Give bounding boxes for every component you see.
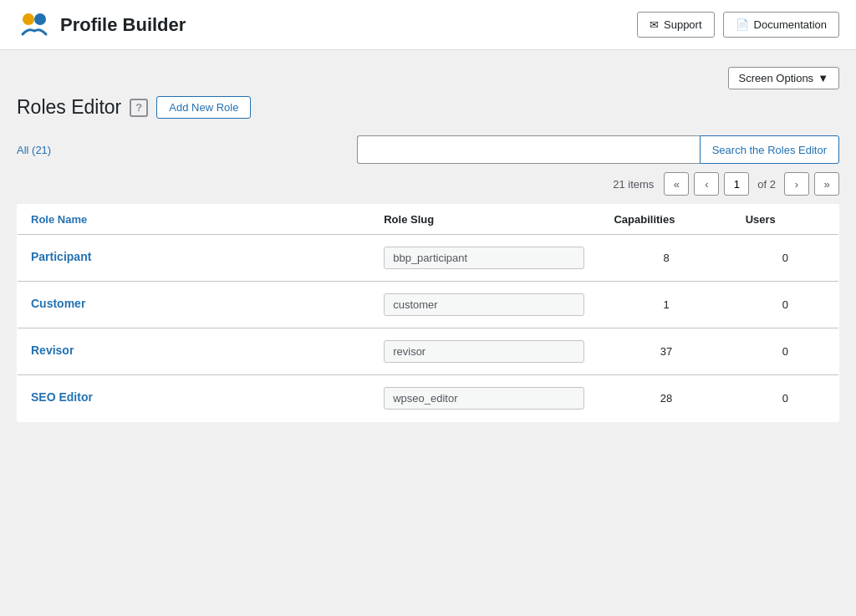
role-name-link-0[interactable]: Participant: [31, 250, 357, 263]
role-name-link-2[interactable]: Revisor: [31, 344, 357, 357]
page-of-label: of 2: [757, 178, 776, 191]
cell-capabilities-3: 28: [600, 375, 731, 422]
documentation-icon: 📄: [736, 18, 749, 31]
cell-users-2: 0: [732, 328, 839, 375]
slug-input-3: [384, 387, 584, 410]
screen-options-label: Screen Options: [739, 72, 814, 84]
filter-row: All (21) Search the Roles Editor: [17, 135, 839, 164]
cell-role-name-3: SEO Editor: [18, 375, 371, 422]
slug-input-2: [384, 340, 584, 363]
logo-area: Profile Builder: [17, 8, 186, 43]
support-icon: ✉: [650, 18, 659, 31]
cell-role-name-2: Revisor: [18, 328, 371, 375]
top-header: Profile Builder ✉ Support 📄 Documentatio…: [0, 0, 856, 50]
cell-slug-0: [370, 235, 600, 282]
page-title: Roles Editor: [17, 96, 121, 119]
col-header-users: Users: [732, 205, 839, 235]
cell-role-name-0: Participant: [18, 235, 371, 282]
cell-users-0: 0: [732, 235, 839, 282]
table-header: Role Name Role Slug Capabilities Users: [18, 205, 839, 235]
page-title-row: Roles Editor ? Add New Role: [17, 96, 839, 119]
cell-slug-1: [370, 282, 600, 328]
search-input[interactable]: [357, 135, 700, 164]
role-name-link-1[interactable]: Customer: [31, 297, 357, 310]
page-number-input[interactable]: [724, 172, 749, 196]
filter-links: All (21): [17, 144, 51, 156]
cell-capabilities-1: 1: [600, 282, 731, 328]
header-buttons: ✉ Support 📄 Documentation: [637, 12, 839, 38]
support-label: Support: [664, 18, 702, 31]
cell-capabilities-0: 8: [600, 235, 731, 282]
cell-role-name-1: Customer: [18, 282, 371, 328]
col-header-role-name: Role Name: [18, 205, 371, 235]
screen-options-button[interactable]: Screen Options ▼: [728, 67, 839, 89]
roles-table: Role Name Role Slug Capabilities Users P…: [17, 204, 839, 422]
svg-point-0: [23, 13, 34, 25]
last-page-button[interactable]: »: [814, 172, 839, 196]
search-roles-button[interactable]: Search the Roles Editor: [700, 135, 839, 164]
table-body: Participant 8 0 Customer 1 0 Revisor 37: [18, 235, 839, 422]
cell-users-1: 0: [732, 282, 839, 328]
svg-point-1: [34, 13, 46, 25]
profile-builder-logo: [17, 8, 52, 43]
table-row: Customer 1 0: [18, 282, 839, 328]
documentation-label: Documentation: [754, 18, 827, 31]
filter-all-link[interactable]: All (21): [17, 144, 51, 156]
next-page-button[interactable]: ›: [784, 172, 809, 196]
table-row: Participant 8 0: [18, 235, 839, 282]
support-button[interactable]: ✉ Support: [637, 12, 715, 38]
col-header-role-slug: Role Slug: [370, 205, 600, 235]
cell-slug-3: [370, 375, 600, 422]
slug-input-1: [384, 293, 584, 316]
prev-page-button[interactable]: ‹: [694, 172, 719, 196]
col-header-capabilities: Capabilities: [600, 205, 731, 235]
page-wrap: Screen Options ▼ Roles Editor ? Add New …: [0, 50, 856, 422]
screen-options-arrow: ▼: [818, 72, 828, 84]
table-row: SEO Editor 28 0: [18, 375, 839, 422]
screen-options-bar: Screen Options ▼: [17, 67, 839, 89]
add-new-role-button[interactable]: Add New Role: [156, 96, 251, 119]
documentation-button[interactable]: 📄 Documentation: [723, 12, 839, 38]
slug-input-0: [384, 247, 584, 269]
cell-users-3: 0: [732, 375, 839, 422]
table-row: Revisor 37 0: [18, 328, 839, 375]
search-area: Search the Roles Editor: [357, 135, 839, 164]
help-icon[interactable]: ?: [130, 99, 148, 117]
role-name-link-3[interactable]: SEO Editor: [31, 390, 357, 404]
items-count: 21 items: [613, 178, 654, 191]
cell-slug-2: [370, 328, 600, 375]
cell-capabilities-2: 37: [600, 328, 731, 375]
app-title: Profile Builder: [60, 14, 186, 36]
first-page-button[interactable]: «: [664, 172, 689, 196]
pagination-row: 21 items « ‹ of 2 › »: [17, 172, 839, 196]
